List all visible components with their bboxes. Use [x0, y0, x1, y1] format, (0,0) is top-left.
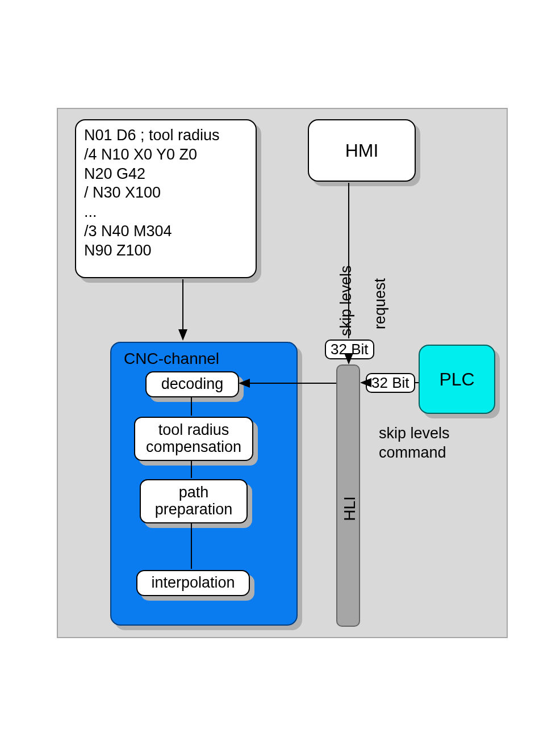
code-line: / N30 X100	[84, 183, 248, 203]
bit-tag-right: 32 Bit	[366, 373, 415, 393]
step-label: path preparation	[141, 484, 246, 518]
code-line: ...	[84, 203, 248, 222]
step-tool-radius-comp: tool radius compensation	[134, 417, 253, 461]
plc-box: PLC	[419, 345, 495, 414]
hli-label: HLI	[341, 496, 359, 521]
hmi-box: HMI	[308, 119, 416, 182]
hmi-arrow-label-right: request	[371, 278, 389, 329]
step-decoding: decoding	[145, 371, 239, 397]
code-line: N90 Z100	[84, 241, 248, 261]
step-label: tool radius compensation	[135, 422, 252, 455]
code-line: /4 N10 X0 Y0 Z0	[84, 145, 248, 165]
code-line: /3 N40 M304	[84, 222, 248, 241]
bit-tag-top: 32 Bit	[325, 340, 374, 359]
plc-caption: skip levels command	[379, 424, 481, 463]
diagram-canvas: N01 D6 ; tool radius /4 N10 X0 Y0 Z0 N20…	[57, 108, 508, 638]
step-path-prep: path preparation	[140, 479, 248, 523]
step-interpolation: interpolation	[136, 570, 250, 596]
nc-program-box: N01 D6 ; tool radius /4 N10 X0 Y0 Z0 N20…	[75, 119, 257, 278]
code-line: N20 G42	[84, 165, 248, 184]
cnc-title: CNC-channel	[124, 350, 219, 368]
hli-bar	[336, 364, 360, 627]
hmi-label: HMI	[345, 140, 379, 161]
code-line: N01 D6 ; tool radius	[84, 126, 248, 145]
hmi-arrow-label-left: skip levels	[337, 265, 355, 336]
step-label: decoding	[161, 376, 224, 393]
step-label: interpolation	[151, 575, 235, 592]
cnc-channel-box: CNC-channel decoding tool radius compens…	[110, 342, 298, 626]
plc-label: PLC	[439, 369, 474, 390]
